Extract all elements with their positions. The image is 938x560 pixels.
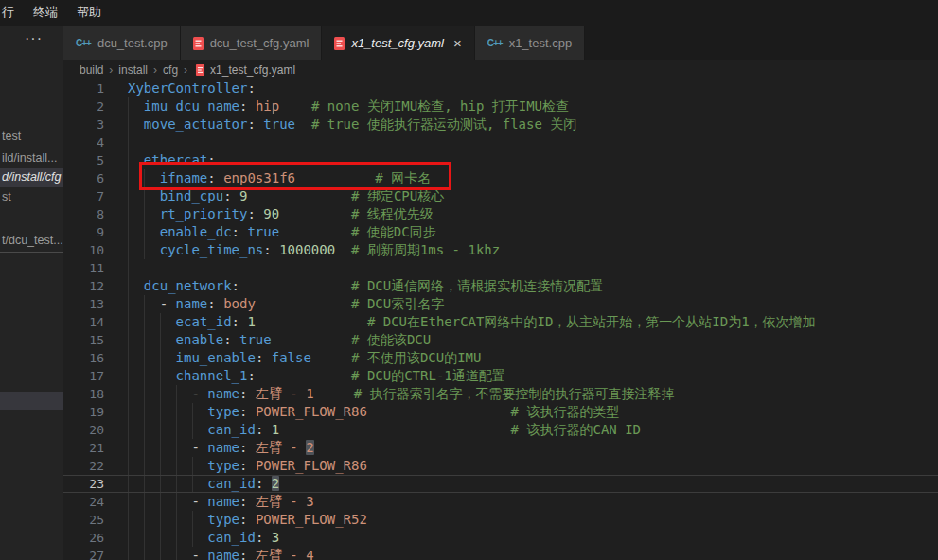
line-number: 22	[63, 457, 104, 475]
sidebar-separator	[0, 252, 63, 253]
menu-bar: 行终端帮助	[0, 0, 938, 26]
menu-item-1[interactable]: 终端	[24, 0, 67, 26]
tab-dcu_test.cpp[interactable]: C++dcu_test.cpp	[63, 26, 181, 60]
line-number: 27	[63, 547, 104, 560]
line-content: imu_enable: false # 不使用该DCU的IMU	[128, 349, 481, 367]
breadcrumb-item[interactable]: cfg	[163, 63, 178, 77]
line-number: 6	[63, 169, 104, 187]
line-number: 19	[63, 403, 104, 421]
code-line-10[interactable]: 10 cycle_time_ns: 1000000 # 刷新周期1ms - 1k…	[63, 241, 938, 259]
code-line-24[interactable]: 24 - name: 左臂 - 3	[63, 493, 938, 511]
chevron-right-icon: ›	[103, 63, 118, 77]
code-line-19[interactable]: 19 type: POWER_FLOW_R86 # 该执行器的类型	[63, 403, 938, 421]
tab-x1_test.cpp[interactable]: C++x1_test.cpp	[475, 26, 585, 60]
line-number: 1	[63, 79, 104, 97]
line-content: ecat_id: 1 # DCU在EtherCAT网络中的ID，从主站开始，第一…	[128, 313, 816, 331]
line-content: move_actuator: true # true 使能执行器运动测试, fl…	[128, 115, 576, 133]
line-number: 14	[63, 313, 104, 331]
breadcrumb-file[interactable]: x1_test_cfg.yaml	[210, 63, 295, 77]
sidebar-item[interactable]: ild/install...	[2, 151, 57, 165]
line-number: 21	[63, 439, 104, 457]
tab-label: dcu_test.cpp	[97, 36, 168, 50]
code-line-12[interactable]: 12 dcu_network: # DCU通信网络，请根据实机连接情况配置	[63, 277, 938, 295]
tab-x1_test_cfg.yaml[interactable]: x1_test_cfg.yaml×	[322, 26, 474, 60]
code-line-8[interactable]: 8 rt_priority: 90 # 线程优先级	[63, 205, 938, 223]
code-line-4[interactable]: 4	[63, 133, 938, 151]
breadcrumb: build›install›cfg›x1_test_cfg.yaml	[63, 60, 938, 79]
code-line-25[interactable]: 25 type: POWER_FLOW_R52	[63, 511, 938, 529]
code-line-20[interactable]: 20 can_id: 1 # 该执行器的CAN ID	[63, 421, 938, 439]
code-line-16[interactable]: 16 imu_enable: false # 不使用该DCU的IMU	[63, 349, 938, 367]
code-line-23[interactable]: 23 can_id: 2	[63, 475, 938, 493]
line-content: type: POWER_FLOW_R52	[128, 511, 367, 529]
line-content: dcu_network: # DCU通信网络，请根据实机连接情况配置	[128, 277, 603, 295]
line-content: cycle_time_ns: 1000000 # 刷新周期1ms - 1khz	[128, 241, 500, 259]
line-number: 7	[63, 187, 104, 205]
breadcrumb-item[interactable]: install	[118, 63, 148, 77]
code-line-1[interactable]: 1XyberController:	[63, 79, 938, 97]
code-line-17[interactable]: 17 channel_1: # DCU的CTRL-1通道配置	[63, 367, 938, 385]
line-number: 17	[63, 367, 104, 385]
sidebar-panel: ··· test ild/install... d/install/cfg st…	[0, 26, 63, 560]
tab-dcu_test_cfg.yaml[interactable]: dcu_test_cfg.yaml	[181, 26, 323, 60]
sidebar-item[interactable]: t/dcu_test...	[2, 234, 63, 247]
code-line-5[interactable]: 5 ethercat:	[63, 151, 938, 169]
code-line-2[interactable]: 2 imu_dcu_name: hip # none 关闭IMU检查, hip …	[63, 97, 938, 115]
yaml-file-icon	[196, 64, 204, 76]
cpp-file-icon: C++	[76, 38, 91, 48]
line-number: 10	[63, 241, 104, 259]
code-line-15[interactable]: 15 enable: true # 使能该DCU	[63, 331, 938, 349]
cpp-file-icon: C++	[487, 38, 503, 48]
code-line-6[interactable]: 6 ifname: enp0s31f6 # 网卡名	[63, 169, 938, 187]
code-line-26[interactable]: 26 can_id: 3	[63, 529, 938, 547]
sidebar-item[interactable]: st	[2, 190, 11, 203]
line-content: type: POWER_FLOW_R86	[128, 457, 367, 475]
sidebar-item-selected[interactable]: d/install/cfg	[2, 170, 62, 184]
line-content: XyberController:	[128, 79, 256, 97]
line-content: ethercat:	[128, 151, 216, 169]
code-line-18[interactable]: 18 - name: 左臂 - 1 # 执行器索引名字，不需要控制的执行器可直接…	[63, 385, 938, 403]
line-number: 25	[63, 511, 104, 529]
line-number: 15	[63, 331, 104, 349]
code-editor[interactable]: 1XyberController:2 imu_dcu_name: hip # n…	[63, 79, 938, 560]
code-line-13[interactable]: 13 - name: body # DCU索引名字	[63, 295, 938, 313]
line-content: - name: 左臂 - 3	[128, 493, 314, 511]
more-actions-icon[interactable]: ···	[25, 30, 43, 47]
sidebar-item[interactable]: test	[2, 130, 21, 143]
tab-label: x1_test.cpp	[509, 36, 573, 50]
line-number: 5	[63, 151, 104, 169]
sidebar-highlight-row[interactable]	[0, 392, 63, 410]
chevron-right-icon: ›	[178, 63, 193, 77]
line-content: can_id: 3	[128, 529, 279, 547]
breadcrumb-item[interactable]: build	[80, 63, 103, 77]
tab-label: x1_test_cfg.yaml	[351, 36, 444, 50]
code-line-22[interactable]: 22 type: POWER_FLOW_R86	[63, 457, 938, 475]
code-line-14[interactable]: 14 ecat_id: 1 # DCU在EtherCAT网络中的ID，从主站开始…	[63, 313, 938, 331]
line-content: enable: true # 使能该DCU	[128, 331, 431, 349]
line-number: 18	[63, 385, 104, 403]
line-content: bind_cpu: 9 # 绑定CPU核心	[128, 187, 444, 205]
menu-item-0[interactable]: 行	[0, 0, 24, 26]
code-line-3[interactable]: 3 move_actuator: true # true 使能执行器运动测试, …	[63, 115, 938, 133]
line-content: enable_dc: true # 使能DC同步	[128, 223, 436, 241]
tab-label: dcu_test_cfg.yaml	[210, 36, 310, 50]
line-content: ifname: enp0s31f6 # 网卡名	[128, 169, 431, 187]
chevron-right-icon: ›	[148, 63, 163, 77]
line-number: 13	[63, 295, 104, 313]
line-number: 9	[63, 223, 104, 241]
code-line-11[interactable]: 11	[63, 259, 938, 277]
menu-item-2[interactable]: 帮助	[67, 0, 111, 26]
vscode-window: 行终端帮助 ··· test ild/install... d/install/…	[0, 0, 938, 560]
code-line-21[interactable]: 21 - name: 左臂 - 2	[63, 439, 938, 457]
editor-tab-bar: C++dcu_test.cppdcu_test_cfg.yamlx1_test_…	[63, 26, 938, 60]
line-number: 12	[63, 277, 104, 295]
line-number: 16	[63, 349, 104, 367]
code-line-27[interactable]: 27 - name: 左臂 - 4	[63, 547, 938, 560]
yaml-file-icon	[334, 37, 345, 50]
line-content: rt_priority: 90 # 线程优先级	[128, 205, 434, 223]
close-icon[interactable]: ×	[453, 36, 462, 50]
code-line-7[interactable]: 7 bind_cpu: 9 # 绑定CPU核心	[63, 187, 938, 205]
line-number: 24	[63, 493, 104, 511]
code-line-9[interactable]: 9 enable_dc: true # 使能DC同步	[63, 223, 938, 241]
line-content: - name: 左臂 - 1 # 执行器索引名字，不需要控制的执行器可直接注释掉	[128, 385, 675, 403]
